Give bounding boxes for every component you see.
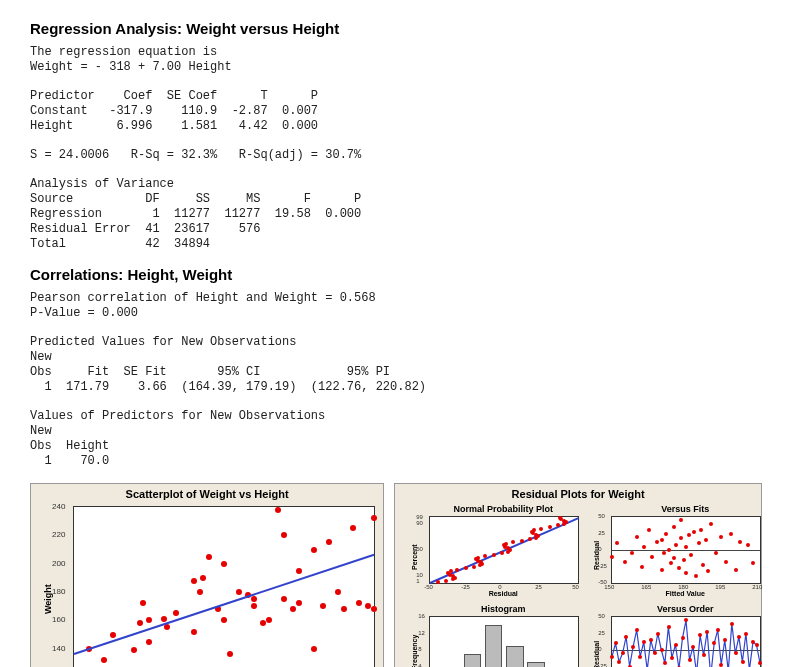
vfits-xlabel: Fitted Value: [666, 590, 705, 597]
vorder-area: 1510152025303540-50-2502550: [611, 616, 761, 667]
normplot-xlabel: Residual: [489, 590, 518, 597]
normplot-area: -50-2502550110509099: [429, 516, 579, 584]
heading-correlations: Correlations: Height, Weight: [30, 266, 762, 283]
scatterplot-area: 65.067.570.072.575.012014016018020022024…: [73, 506, 375, 667]
hist-title: Histogram: [481, 604, 526, 614]
scatterplot-ylabel: Weight: [43, 584, 53, 614]
scatterplot-panel: Scatterplot of Weight vs Height 65.067.5…: [30, 483, 384, 667]
normplot-ylabel: Percent: [411, 544, 418, 570]
equation-block: The regression equation is Weight = - 31…: [30, 45, 762, 75]
scatterplot-title: Scatterplot of Weight vs Height: [31, 488, 383, 500]
newobs-table: Predicted Values for New Observations Ne…: [30, 335, 762, 395]
vfits-title: Versus Fits: [661, 504, 709, 514]
vorder-ylabel: Residual: [593, 641, 600, 667]
residuals-panel: Residual Plots for Weight Normal Probabi…: [394, 483, 762, 667]
predictors-table: Values of Predictors for New Observation…: [30, 409, 762, 469]
hist-area: -45-30-150153045600481216: [429, 616, 579, 667]
normplot-title: Normal Probability Plot: [453, 504, 553, 514]
summary-stats: S = 24.0006 R-Sq = 32.3% R-Sq(adj) = 30.…: [30, 148, 762, 163]
residuals-title: Residual Plots for Weight: [395, 488, 761, 500]
vfits-area: 150165180195210-50-2502550: [611, 516, 761, 584]
hist-ylabel: Frequency: [411, 635, 418, 667]
correlation-block: Pearson correlation of Height and Weight…: [30, 291, 762, 321]
plots-row: Scatterplot of Weight vs Height 65.067.5…: [30, 483, 762, 667]
vfits-ylabel: Residual: [593, 541, 600, 570]
anova-table: Analysis of Variance Source DF SS MS F P…: [30, 177, 762, 252]
coef-table: Predictor Coef SE Coef T P Constant -317…: [30, 89, 762, 134]
vorder-title: Versus Order: [657, 604, 714, 614]
heading-regression: Regression Analysis: Weight versus Heigh…: [30, 20, 762, 37]
